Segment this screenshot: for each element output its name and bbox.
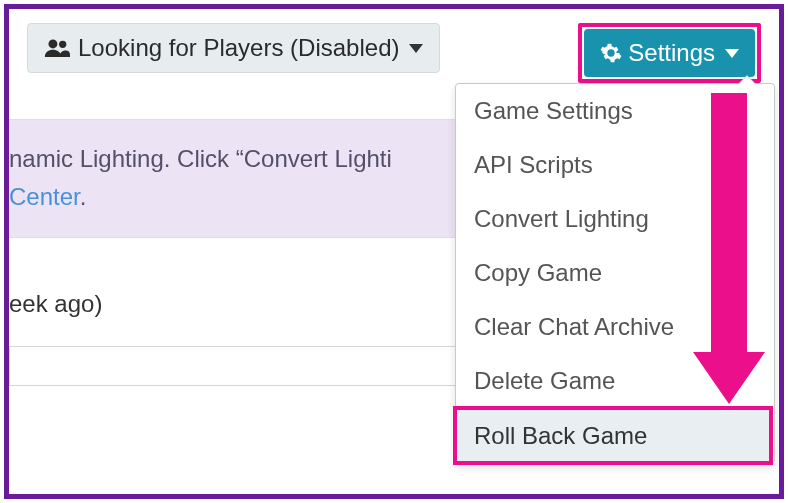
- dropdown-item-delete-game[interactable]: Delete Game: [456, 354, 774, 408]
- dropdown-item-clear-chat-archive[interactable]: Clear Chat Archive: [456, 300, 774, 354]
- svg-point-0: [48, 39, 57, 48]
- gear-icon: [600, 42, 622, 64]
- chevron-down-icon: [409, 44, 423, 53]
- dropdown-item-roll-back-game[interactable]: Roll Back Game: [456, 408, 774, 463]
- chevron-down-icon: [725, 49, 739, 58]
- annotation-highlight-settings: Settings: [578, 23, 761, 83]
- dropdown-item-game-settings[interactable]: Game Settings: [456, 84, 774, 138]
- info-text-suffix: .: [80, 183, 87, 210]
- top-bar: Looking for Players (Disabled) Settings: [9, 23, 761, 83]
- people-icon: [44, 37, 70, 59]
- dropdown-item-api-scripts[interactable]: API Scripts: [456, 138, 774, 192]
- help-center-link[interactable]: Center: [9, 183, 80, 210]
- dropdown-item-convert-lighting[interactable]: Convert Lighting: [456, 192, 774, 246]
- looking-for-players-button[interactable]: Looking for Players (Disabled): [27, 23, 440, 73]
- settings-button[interactable]: Settings: [584, 29, 755, 77]
- settings-label: Settings: [628, 39, 715, 67]
- lfp-label: Looking for Players (Disabled): [78, 34, 399, 62]
- dropdown-item-copy-game[interactable]: Copy Game: [456, 246, 774, 300]
- settings-dropdown: Game SettingsAPI ScriptsConvert Lighting…: [455, 83, 775, 464]
- svg-point-1: [59, 41, 66, 48]
